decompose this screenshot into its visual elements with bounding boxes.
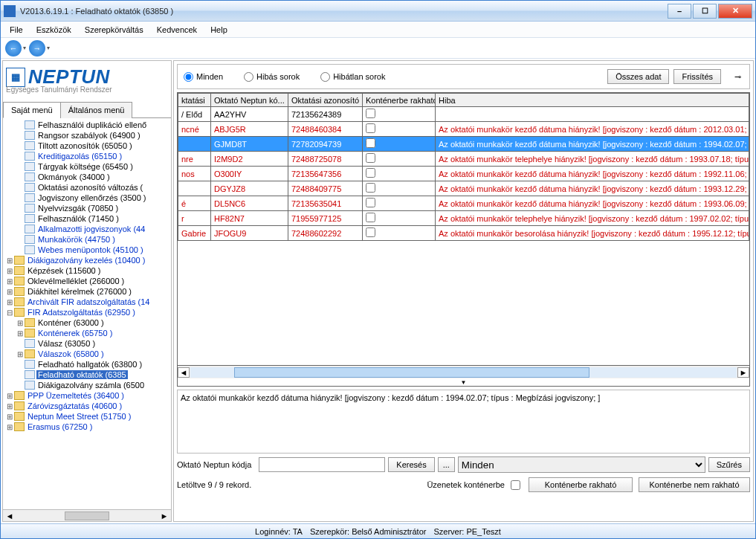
column-header[interactable]: Konténerbe rakható [363, 94, 436, 107]
row-checkbox[interactable] [366, 227, 375, 237]
tree-node[interactable]: Tiltott azonosítók (65050 ) [3, 141, 171, 151]
menu-favorites[interactable]: Kedvencek [152, 23, 201, 36]
tree-node[interactable]: Nyelvvizsgák (70850 ) [3, 203, 171, 213]
expand-icon[interactable] [6, 309, 13, 317]
tree-node[interactable]: Erasmus (67250 ) [3, 422, 171, 432]
tree-node[interactable]: Munkakörök (44750 ) [3, 234, 171, 245]
refresh-button[interactable]: Frissítés [673, 69, 721, 84]
tree-node[interactable]: Feladható hallgatók (63800 ) [3, 359, 171, 369]
not-containerable-button[interactable]: Konténerbe nem rakható [639, 477, 750, 492]
tree-node[interactable]: Webes menüpontok (45100 ) [3, 245, 171, 255]
scroll-right-icon[interactable]: ► [159, 511, 169, 520]
tree-node[interactable]: Rangsor szabályok (64900 ) [3, 130, 171, 141]
expand-icon[interactable] [6, 298, 13, 306]
tab-own-menu[interactable]: Saját menü [3, 102, 61, 118]
tree-node[interactable]: Felhasználói duplikáció ellenő [3, 120, 171, 130]
expand-icon[interactable] [16, 319, 23, 327]
menu-file[interactable]: File [5, 23, 28, 36]
expand-icon[interactable] [6, 267, 13, 275]
grid-scroll-track[interactable] [190, 367, 737, 378]
row-checkbox[interactable] [366, 168, 375, 178]
tree-node[interactable]: Oklevélmelléklet (266000 ) [3, 276, 171, 286]
nav-forward-button[interactable] [29, 40, 45, 57]
containerable-button[interactable]: Konténerbe rakható [529, 477, 633, 492]
row-checkbox[interactable] [366, 109, 375, 118]
tree-node[interactable]: Tárgyak költsége (65450 ) [3, 161, 171, 172]
tree-node[interactable]: Konténerek (65750 ) [3, 328, 171, 338]
radio-all[interactable]: Minden [184, 72, 223, 82]
filter-button[interactable]: Szűrés [708, 457, 750, 472]
data-table[interactable]: ktatásiOktató Neptun kó...Oktatási azono… [178, 93, 749, 241]
tree-node[interactable]: Diákhitel kérelmek (276000 ) [3, 286, 171, 297]
expand-icon[interactable] [6, 392, 13, 400]
expand-icon[interactable] [16, 329, 23, 338]
nav-forward-dropdown[interactable]: ▾ [47, 45, 50, 51]
menu-help[interactable]: Help [206, 23, 232, 36]
tree-node[interactable]: Válaszok (65800 ) [3, 349, 171, 359]
maximize-button[interactable] [693, 4, 717, 19]
tree-node[interactable]: Jogviszony ellenőrzés (3500 ) [3, 193, 171, 203]
column-header[interactable]: ktatási [178, 94, 211, 107]
nav-back-dropdown[interactable]: ▾ [23, 45, 26, 51]
tree-node[interactable]: PPP Üzemeltetés (36400 ) [3, 390, 171, 401]
row-checkbox[interactable] [366, 138, 375, 148]
tree-node[interactable]: Alkalmazotti jogviszonyok (44 [3, 224, 171, 234]
tree-node[interactable]: FIR Adatszolgáltatás (62950 ) [3, 307, 171, 317]
tree-node[interactable]: Archivált FIR adatszolgáltatás (14 [3, 297, 171, 307]
search-button[interactable]: Keresés [388, 457, 434, 472]
table-row[interactable]: rHF82N771955977125Az oktatói munkakör te… [178, 211, 749, 226]
table-row[interactable]: éDL5NC672135635041Az oktatói munkakör ke… [178, 196, 749, 211]
grid-scroll-left-icon[interactable]: ◄ [178, 367, 190, 378]
table-row[interactable]: DGYJZ872488409775Az oktatói munkakör kez… [178, 181, 749, 196]
table-row[interactable]: nosO300IY72135647356Az oktatói munkakör … [178, 167, 749, 181]
tree-hscroll[interactable]: ◄ ► [3, 509, 171, 521]
tree-node[interactable]: Oktatási azonosító változás ( [3, 182, 171, 193]
pin-icon[interactable]: ⊸ [731, 71, 743, 83]
container-checkbox[interactable]: Üzenetek konténerbe [427, 478, 523, 492]
row-checkbox[interactable] [366, 123, 375, 133]
scroll-thumb[interactable] [65, 511, 109, 520]
all-data-button[interactable]: Összes adat [607, 69, 669, 84]
search-dropdown[interactable]: Minden [458, 456, 705, 473]
expand-icon[interactable] [6, 423, 13, 431]
expand-icon[interactable] [6, 402, 13, 410]
browse-button[interactable]: ... [438, 457, 455, 472]
radio-errors[interactable]: Hibás sorok [244, 72, 300, 82]
tree-node[interactable]: Diákigazolvány kezelés (10400 ) [3, 255, 171, 265]
tree-node[interactable]: Neptun Meet Street (51750 ) [3, 411, 171, 422]
tree-node[interactable]: Feladható oktatók (6385 [3, 369, 171, 380]
row-checkbox[interactable] [366, 213, 375, 222]
column-header[interactable]: Oktató Neptun kó... [211, 94, 288, 107]
row-checkbox[interactable] [366, 153, 375, 163]
tree-view[interactable]: Felhasználói duplikáció ellenőRangsor sz… [3, 118, 171, 509]
table-row[interactable]: ncnéABJG5R72488460384Az oktatói munkakör… [178, 122, 749, 137]
tree-node[interactable]: Okmányok (34000 ) [3, 172, 171, 182]
menu-rolechange[interactable]: Szerepkörváltás [80, 23, 148, 36]
row-checkbox[interactable] [366, 183, 375, 193]
search-input[interactable] [259, 457, 385, 472]
row-checkbox[interactable] [366, 198, 375, 207]
minimize-button[interactable] [668, 4, 691, 19]
table-row[interactable]: GabrieJFOGU972488602292Az oktatói munkak… [178, 226, 749, 241]
tree-node[interactable]: Konténer (63000 ) [3, 317, 171, 328]
expand-icon[interactable] [16, 350, 23, 358]
scroll-left-icon[interactable]: ◄ [4, 511, 15, 520]
expand-icon[interactable] [6, 288, 13, 296]
tree-node[interactable]: Képzések (115600 ) [3, 265, 171, 276]
nav-back-button[interactable] [5, 40, 22, 57]
table-row[interactable]: nreI2M9D272488725078Az oktatói munkakör … [178, 152, 749, 167]
close-button[interactable] [718, 4, 752, 19]
grid-hscroll[interactable]: ◄ ► [178, 365, 749, 378]
tree-node[interactable]: Felhasználók (71450 ) [3, 213, 171, 224]
grid-scroll-right-icon[interactable]: ► [737, 367, 749, 378]
table-row[interactable]: GJMD8T72782094739Az oktatói munkakör kez… [178, 137, 749, 152]
expand-icon[interactable] [6, 256, 13, 265]
tree-node[interactable]: Diákigazolvány számla (6500 [3, 380, 171, 390]
tree-node[interactable]: Kreditigazolás (65150 ) [3, 151, 171, 161]
tree-node[interactable]: Válasz (63050 ) [3, 338, 171, 349]
expand-icon[interactable] [6, 413, 13, 421]
column-header[interactable]: Hiba [436, 94, 749, 107]
radio-no-errors[interactable]: Hibátlan sorok [320, 72, 385, 82]
tab-general-menu[interactable]: Általános menü [60, 102, 133, 118]
expand-icon[interactable] [6, 277, 13, 285]
